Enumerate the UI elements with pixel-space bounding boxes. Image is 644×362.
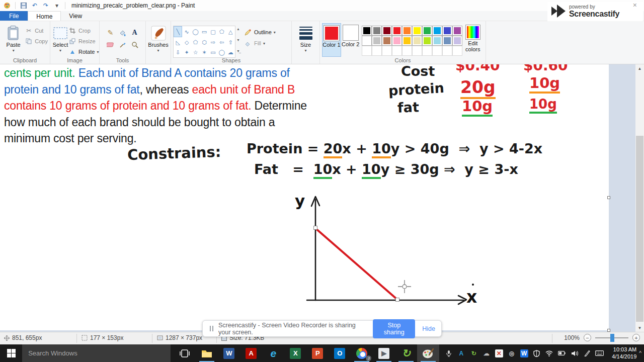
w-app-icon[interactable]: W [519, 347, 529, 359]
palette-swatch-empty-0[interactable] [362, 46, 371, 55]
fill-button[interactable]: Fill▾ [244, 39, 276, 47]
shape-5[interactable]: ⬠ [217, 26, 226, 37]
palette-swatch-2-5[interactable] [413, 36, 422, 45]
shape-12[interactable]: ⇦ [217, 37, 226, 47]
shape-20[interactable]: ☁ [226, 47, 235, 57]
shape-10[interactable]: ⬡ [200, 37, 208, 47]
scroll-up-icon[interactable]: ▲ [635, 64, 644, 72]
hide-link[interactable]: Hide [422, 325, 435, 332]
palette-swatch-empty-4[interactable] [403, 46, 412, 55]
taskbar-app-chrome[interactable]: J [351, 344, 373, 362]
taskbar-app-file-explorer[interactable] [196, 344, 218, 362]
tab-view[interactable]: View [61, 11, 90, 21]
taskbar-app-word[interactable]: W [218, 344, 240, 362]
sync-tray-icon[interactable]: ↻ [468, 347, 479, 359]
shape-11[interactable]: ⇨ [209, 37, 217, 47]
palette-swatch-empty-7[interactable] [433, 46, 442, 55]
taskbar-app-excel[interactable]: X [284, 344, 306, 362]
taskbar-app-paint[interactable] [417, 344, 439, 362]
shape-8[interactable]: ◇ [182, 37, 191, 47]
zoom-slider-thumb[interactable] [610, 334, 614, 342]
shape-6[interactable]: △ [226, 26, 235, 37]
zoom-in-button[interactable]: + [632, 334, 640, 341]
palette-swatch-empty-3[interactable] [392, 46, 401, 55]
autodesk-icon[interactable]: A [456, 347, 466, 359]
tab-home[interactable]: Home [28, 11, 61, 21]
notification-chevron-icon[interactable]: ^ [636, 344, 644, 362]
copy-button[interactable]: Copy [25, 37, 48, 46]
customize-toolbar-dropdown-icon[interactable]: ▾ [53, 2, 61, 10]
taskbar-clock[interactable]: 10:03 AM 4/14/2019 [608, 344, 636, 362]
palette-swatch-empty-1[interactable] [372, 46, 381, 55]
shape-9[interactable]: ⬠ [191, 37, 200, 47]
taskbar-search-input[interactable]: Search Windows [22, 344, 171, 362]
shape-0[interactable]: ╲ [174, 26, 182, 37]
eraser-icon[interactable] [105, 39, 116, 50]
color1-button[interactable]: Color 1 [322, 23, 341, 57]
line-handle-top[interactable] [314, 226, 317, 230]
cut-button[interactable]: ✂Cut [25, 26, 48, 35]
taskbar-app-internet-explorer[interactable]: e [262, 344, 284, 362]
shape-19[interactable]: ◯ [217, 47, 226, 57]
palette-swatch-1-1[interactable] [372, 26, 381, 35]
shape-1[interactable]: ∿ [182, 26, 191, 37]
palette-swatch-1-8[interactable] [443, 26, 452, 35]
shape-7[interactable]: ◺ [174, 37, 182, 47]
fill-bucket-icon[interactable] [117, 27, 128, 38]
shapes-scroll-down-icon[interactable]: ▼ [236, 38, 240, 42]
save-icon[interactable] [20, 2, 28, 10]
volume-icon[interactable] [569, 347, 580, 359]
palette-swatch-2-1[interactable] [372, 36, 381, 45]
edit-colors-button[interactable]: Edit colors [462, 23, 484, 57]
onedrive-icon[interactable]: ☁ [481, 347, 492, 359]
text-icon[interactable]: A [129, 27, 140, 38]
wifi-icon[interactable] [544, 347, 554, 359]
palette-swatch-empty-8[interactable] [443, 46, 452, 55]
taskbar-app-acrobat[interactable]: A [240, 344, 262, 362]
scrollbar-thumb[interactable] [636, 136, 643, 322]
shape-17[interactable]: ✶ [200, 47, 208, 57]
palette-swatch-1-9[interactable] [453, 26, 462, 35]
shape-13[interactable]: ⇧ [226, 37, 235, 47]
palette-swatch-1-3[interactable] [392, 26, 401, 35]
taskbar-app-screencastify-sync[interactable]: ↻ [395, 344, 417, 362]
crop-button[interactable]: Crop [68, 26, 99, 35]
palette-swatch-2-0[interactable] [362, 36, 371, 45]
microphone-icon[interactable] [443, 347, 454, 359]
palette-swatch-2-3[interactable] [392, 36, 401, 45]
taskbar-app-outlook[interactable]: O [329, 344, 351, 362]
palette-swatch-empty-6[interactable] [423, 46, 432, 55]
pen-icon[interactable] [582, 347, 592, 359]
shape-15[interactable]: ✦ [182, 47, 191, 57]
zoom-out-button[interactable]: − [584, 334, 591, 341]
shapes-scroll-up-icon[interactable]: ▲ [236, 27, 240, 31]
color2-button[interactable]: Color 2 [341, 23, 360, 57]
stop-sharing-button[interactable]: Stop sharing [373, 319, 415, 338]
tab-file[interactable]: File [0, 11, 28, 21]
shape-2[interactable]: ◯ [191, 26, 200, 37]
defender-icon[interactable] [531, 347, 542, 359]
line-handle-bottom[interactable] [396, 298, 399, 302]
palette-swatch-2-4[interactable] [403, 36, 412, 45]
palette-swatch-1-4[interactable] [403, 26, 412, 35]
resize-button[interactable]: Resize [68, 37, 99, 46]
taskbar-app-screen-share[interactable]: ▶ [373, 344, 395, 362]
watermark-close-icon[interactable]: × [633, 1, 637, 9]
palette-swatch-empty-9[interactable] [453, 46, 462, 55]
size-button[interactable]: Size ▾ [294, 23, 317, 57]
start-button[interactable] [0, 344, 22, 362]
palette-swatch-1-6[interactable] [423, 26, 432, 35]
drawing-canvas[interactable]: cents per unit. Each unit of Brand A con… [0, 64, 609, 330]
palette-swatch-2-2[interactable] [382, 36, 391, 45]
battery-icon[interactable] [556, 347, 567, 359]
redo-icon[interactable]: ↷ [42, 2, 50, 10]
outline-button[interactable]: Outline▾ [244, 28, 276, 36]
palette-swatch-2-7[interactable] [433, 36, 442, 45]
shape-3[interactable]: ▭ [200, 26, 208, 37]
shapes-expand-icon[interactable]: ▼̲ [236, 49, 240, 53]
canvas-resize-handle-right[interactable] [607, 196, 610, 199]
paste-button[interactable]: Paste ▾ [2, 23, 25, 57]
palette-swatch-2-9[interactable] [453, 36, 462, 45]
palette-swatch-1-2[interactable] [382, 26, 391, 35]
palette-swatch-2-6[interactable] [423, 36, 432, 45]
